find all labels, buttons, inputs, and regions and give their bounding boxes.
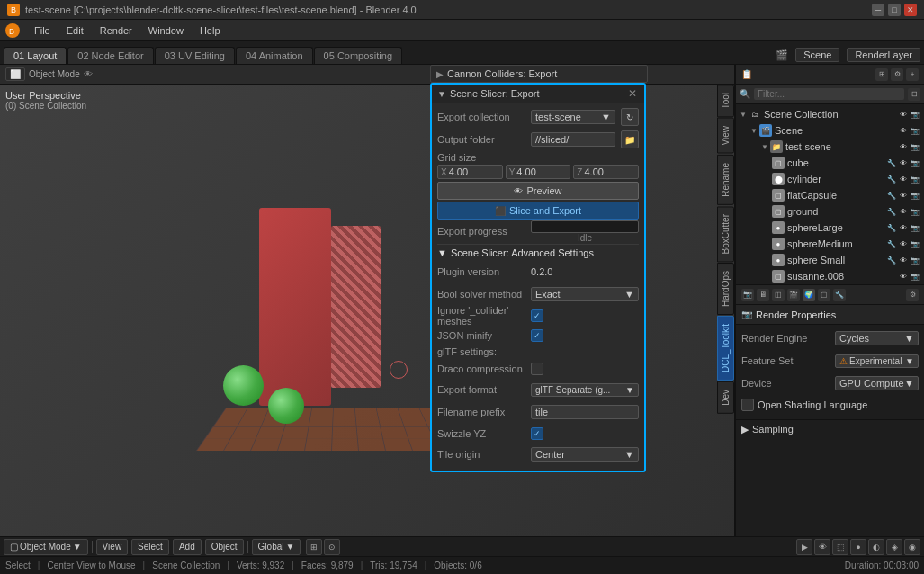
visibility-icon[interactable]: 👁 xyxy=(898,109,909,120)
outliner-flatcapsule[interactable]: ▢ flatCapsule 🔧 👁 📷 xyxy=(736,187,924,203)
sidebar-tab-tool[interactable]: Tool xyxy=(717,85,734,117)
outliner-scene[interactable]: ▼ 🎬 Scene 👁 📷 xyxy=(736,122,924,139)
render-layer-selector[interactable]: RenderLayer xyxy=(847,48,920,62)
outliner-susanne[interactable]: ▢ susanne.008 👁 📷 xyxy=(736,268,924,284)
outliner-scene-collection[interactable]: ▼ 🗂 Scene Collection 👁 📷 xyxy=(736,106,924,122)
outliner-spherelarge[interactable]: ● sphereLarge 🔧 👁 📷 xyxy=(736,220,924,236)
dcl-toolkit-tab[interactable]: DCL_Toolkit xyxy=(717,316,734,381)
scene-selector[interactable]: Scene xyxy=(795,48,839,62)
proportional-button[interactable]: ⊙ xyxy=(324,539,340,555)
open-shading-checkbox[interactable] xyxy=(741,399,754,411)
object-button[interactable]: Object xyxy=(205,539,244,555)
tile-origin-dropdown[interactable]: Center ▼ xyxy=(531,447,639,462)
object-props-icon[interactable]: ▢ xyxy=(818,289,830,301)
blender-menu-logo: B xyxy=(4,22,22,40)
viewport-mode-label[interactable]: Object Mode xyxy=(29,69,80,79)
export-collection-dropdown[interactable]: test-scene ▼ xyxy=(531,110,615,124)
material-button[interactable]: ◈ xyxy=(886,539,902,555)
preview-button[interactable]: 👁 Preview xyxy=(437,182,639,200)
menu-help[interactable]: Help xyxy=(193,23,228,38)
filename-prefix-value[interactable]: tile xyxy=(531,405,639,419)
grid-x-input[interactable]: X 4.00 xyxy=(437,165,503,179)
sidebar-tab-rename[interactable]: Rename xyxy=(717,155,734,205)
output-icon[interactable]: 🖥 xyxy=(757,289,769,301)
menu-file[interactable]: File xyxy=(27,23,58,38)
export-format-label: Export format xyxy=(437,384,527,395)
tab-layout[interactable]: 01 Layout xyxy=(4,47,67,64)
refresh-button[interactable]: ↻ xyxy=(621,108,639,126)
device-dropdown[interactable]: GPU Compute ▼ xyxy=(835,376,919,390)
anim-button[interactable]: ▶ xyxy=(796,539,812,555)
outliner-spheresmall[interactable]: ● sphere Small 🔧 👁 📷 xyxy=(736,252,924,268)
export-format-dropdown[interactable]: glTF Separate (g... ▼ xyxy=(531,383,639,397)
render-shading-button[interactable]: ◉ xyxy=(904,539,920,555)
menu-window[interactable]: Window xyxy=(141,23,191,38)
modifier-icon[interactable]: 🔧 xyxy=(833,289,846,301)
overlay-button[interactable]: 👁 xyxy=(814,539,830,555)
select-button[interactable]: Select xyxy=(131,539,169,555)
sidebar-tab-dev[interactable]: Dev xyxy=(717,381,734,414)
object-mode-button[interactable]: ▢ Object Mode ▼ xyxy=(4,539,88,555)
menu-edit[interactable]: Edit xyxy=(59,23,91,38)
search-filter-icon[interactable]: ⊟ xyxy=(908,88,920,101)
sidebar-tab-boxcutter[interactable]: BoxCutter xyxy=(717,206,734,262)
advanced-settings-title[interactable]: ▼ Scene Slicer: Advanced Settings xyxy=(437,247,639,258)
maximize-button[interactable]: □ xyxy=(888,4,901,16)
global-button[interactable]: Global ▼ xyxy=(252,539,301,555)
sidebar-tab-hardops[interactable]: HardOps xyxy=(717,263,734,315)
sampling-header[interactable]: ▶ Sampling xyxy=(736,420,924,438)
outliner-ground[interactable]: ▢ ground 🔧 👁 📷 xyxy=(736,203,924,220)
scene-props-icon[interactable]: 🎬 xyxy=(787,289,800,301)
viewport-shading-icon[interactable]: ⬜ xyxy=(5,67,25,81)
tab-compositing[interactable]: 05 Compositing xyxy=(314,47,402,64)
shading-button[interactable]: ● xyxy=(850,539,866,555)
outliner-cube[interactable]: ▢ cube 🔧 👁 📷 xyxy=(736,155,924,171)
view-layer-icon[interactable]: ◫ xyxy=(772,289,785,301)
bool-solver-dropdown[interactable]: Exact ▼ xyxy=(531,287,639,301)
output-folder-value[interactable]: //sliced/ xyxy=(531,132,615,147)
tab-uv-editing[interactable]: 03 UV Editing xyxy=(155,47,235,64)
minimize-button[interactable]: ─ xyxy=(872,4,884,16)
swizzle-yz-checkbox[interactable]: ✓ xyxy=(531,427,543,440)
outliner-cylinder[interactable]: ⬤ cylinder 🔧 👁 📷 xyxy=(736,171,924,187)
folder-browse-button[interactable]: 📁 xyxy=(621,130,639,148)
ignore-collider-checkbox[interactable]: ✓ xyxy=(531,309,543,322)
json-minify-checkbox[interactable]: ✓ xyxy=(531,329,543,342)
close-button[interactable]: ✕ xyxy=(904,4,917,16)
new-collection-icon[interactable]: + xyxy=(906,68,919,81)
mesh-icon-spherelarge: ● xyxy=(772,221,785,234)
outliner-settings-icon[interactable]: ⚙ xyxy=(891,68,903,81)
outliner-test-scene[interactable]: ▼ 📁 test-scene 👁 📷 xyxy=(736,139,924,155)
menu-render[interactable]: Render xyxy=(93,23,139,38)
window-controls[interactable]: ─ □ ✕ xyxy=(872,4,917,16)
svg-text:B: B xyxy=(9,27,14,36)
render-icon[interactable]: 📷 xyxy=(910,109,920,120)
add-button[interactable]: Add xyxy=(173,539,202,555)
scene-render-icon[interactable]: 📷 xyxy=(910,125,920,136)
scene-vis-icon[interactable]: 👁 xyxy=(898,125,909,136)
tab-animation[interactable]: 04 Animation xyxy=(236,47,313,64)
filter-icon[interactable]: ⊞ xyxy=(875,68,888,81)
outliner-spheremedium[interactable]: ● sphereMedium 🔧 👁 📷 xyxy=(736,236,924,252)
snap-button[interactable]: ⊞ xyxy=(306,539,322,555)
render-props-icon[interactable]: 📷 xyxy=(741,289,754,301)
grid-y-input[interactable]: Y 4.00 xyxy=(506,165,571,179)
slicer-collapse-icon[interactable]: ▼ xyxy=(437,89,446,99)
sidebar-tab-view[interactable]: View xyxy=(717,118,734,154)
grid-z-input[interactable]: Z 4.00 xyxy=(573,165,639,179)
render-engine-dropdown[interactable]: Cycles ▼ xyxy=(835,331,919,345)
slice-export-button[interactable]: ⬛ Slice and Export xyxy=(437,202,639,220)
props-settings-icon[interactable]: ⚙ xyxy=(906,289,919,301)
feature-set-dropdown[interactable]: ⚠ Experimental ▼ xyxy=(835,354,919,368)
outliner-search-input[interactable] xyxy=(754,88,904,100)
xray-button[interactable]: ⬚ xyxy=(832,539,848,555)
shading2-button[interactable]: ◐ xyxy=(868,539,884,555)
tab-node-editor[interactable]: 02 Node Editor xyxy=(67,47,153,64)
draco-checkbox[interactable] xyxy=(531,363,543,375)
open-shading-label: Open Shading Language xyxy=(758,399,867,410)
viewport-overlay-icon[interactable]: 👁 xyxy=(84,69,93,79)
world-icon[interactable]: 🌍 xyxy=(803,289,815,301)
panel-close-button[interactable]: ✕ xyxy=(626,87,639,100)
plugin-version-value: 0.2.0 xyxy=(531,266,552,277)
view-button[interactable]: View xyxy=(96,539,129,555)
